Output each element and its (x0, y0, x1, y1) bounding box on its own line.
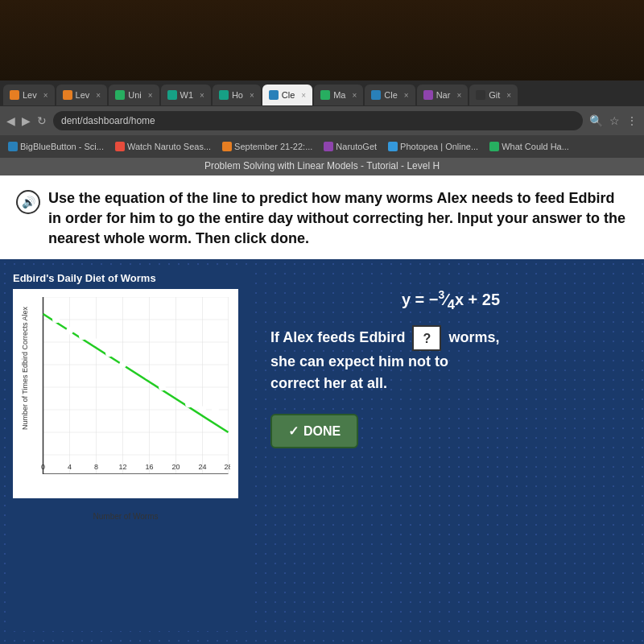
content-area: 🔊 Use the equation of the line to predic… (0, 175, 644, 644)
search-icon[interactable]: 🔍 (589, 114, 603, 127)
page-title: Problem Solving with Linear Models - Tut… (204, 160, 440, 171)
bookmark-label: Watch Naruto Seas... (127, 142, 211, 151)
page-title-bar: Problem Solving with Linear Models - Tut… (0, 158, 644, 175)
bookmark-label: Photopea | Online... (400, 142, 478, 151)
menu-icon[interactable]: ⋮ (626, 114, 638, 127)
tab-close-icon[interactable]: × (96, 91, 101, 100)
graph-svg: 0 4 8 12 16 20 24 28 0 4 8 12 (41, 297, 230, 474)
svg-text:4: 4 (68, 463, 72, 471)
svg-text:20: 20 (171, 463, 180, 471)
forward-icon[interactable]: ▶ (22, 114, 31, 127)
tab-close-icon[interactable]: × (200, 91, 204, 100)
x-axis-label: Number of Worms (93, 512, 159, 521)
activity-area: Edbird's Daily Diet of Worms Number of T… (0, 259, 644, 644)
bookmark-favicon (8, 142, 18, 151)
graph-section: Edbird's Daily Diet of Worms Number of T… (13, 272, 254, 631)
y-axis-label: Number of Times Edbird Corrects Alex (21, 357, 29, 430)
tab-label: Ho (232, 90, 243, 100)
tab-label: Ma (333, 90, 345, 100)
bookmark-narutoget[interactable]: NarutoGet (320, 140, 380, 153)
bookmark-favicon (388, 142, 398, 151)
svg-point-38 (93, 339, 100, 345)
bookmark-naruto-watch[interactable]: Watch Naruto Seas... (112, 140, 214, 153)
tab-nar[interactable]: Nar × (417, 85, 469, 105)
tab-favicon (423, 90, 433, 100)
tab-label: Git (489, 90, 500, 100)
problem-suffix-1: worms, (448, 329, 499, 345)
bookmark-favicon (324, 142, 333, 151)
tab-favicon (115, 90, 125, 100)
svg-point-39 (106, 350, 113, 357)
bookmark-whatcould[interactable]: What Could Ha... (486, 140, 572, 153)
svg-point-45 (213, 407, 219, 413)
bookmark-september[interactable]: September 21-22:... (219, 140, 316, 153)
svg-text:28: 28 (224, 463, 230, 471)
svg-point-35 (53, 316, 60, 323)
done-check-icon: ✓ (288, 423, 299, 439)
tab-favicon (167, 90, 177, 100)
question-section: 🔊 Use the equation of the line to predic… (0, 175, 644, 259)
svg-point-43 (186, 401, 192, 407)
bookmark-label: What Could Ha... (502, 142, 569, 151)
done-label: DONE (303, 424, 341, 439)
bookmark-label: September 21-22:... (234, 142, 312, 151)
tab-close-icon[interactable]: × (250, 91, 254, 100)
tab-label: Uni (128, 90, 142, 100)
question-text: Use the equation of the line to predict … (48, 188, 628, 250)
back-icon[interactable]: ◀ (6, 114, 15, 127)
tab-close-icon[interactable]: × (456, 91, 461, 100)
graph-container: Number of Times Edbird Corrects Alex (13, 289, 238, 498)
answer-input-box[interactable]: ? (412, 325, 441, 351)
svg-point-37 (80, 333, 86, 340)
tab-label: Nar (436, 90, 451, 100)
right-section: y = −3⁄4x + 25 If Alex feeds Edbird ? wo… (270, 272, 631, 631)
svg-text:24: 24 (198, 463, 206, 471)
svg-point-42 (159, 384, 166, 390)
problem-text: If Alex feeds Edbird ? worms, she can ex… (270, 325, 631, 394)
graph-title: Edbird's Daily Diet of Worms (13, 272, 254, 284)
done-button[interactable]: ✓ DONE (270, 414, 358, 448)
tab-git[interactable]: Git × (469, 85, 518, 105)
tab-label: W1 (180, 90, 194, 100)
tab-cle-1[interactable]: Cle × (262, 85, 312, 105)
tab-favicon (63, 90, 72, 100)
address-input[interactable] (53, 111, 583, 130)
tab-ma[interactable]: Ma × (314, 85, 363, 105)
graph-inner: 0 4 8 12 16 20 24 28 0 4 8 12 (41, 297, 230, 474)
tab-favicon (320, 90, 330, 100)
tab-close-icon[interactable]: × (43, 91, 48, 100)
tab-lev-1[interactable]: Lev × (3, 85, 55, 105)
tab-ho[interactable]: Ho × (213, 85, 261, 105)
tab-favicon (476, 90, 485, 100)
bookmark-favicon (115, 142, 125, 151)
svg-text:0: 0 (41, 463, 45, 471)
tab-close-icon[interactable]: × (301, 91, 306, 100)
bookmark-bigbluebutton[interactable]: BigBlueButton - Sci... (5, 140, 107, 153)
tab-uni[interactable]: Uni × (109, 85, 159, 105)
speaker-icon[interactable]: 🔊 (16, 190, 40, 214)
star-icon[interactable]: ☆ (609, 114, 620, 127)
problem-suffix-3: correct her at all. (270, 375, 387, 391)
problem-suffix-2: she can expect him not to (270, 353, 448, 369)
tab-close-icon[interactable]: × (506, 91, 511, 100)
refresh-icon[interactable]: ↻ (37, 114, 47, 127)
equation-display: y = −3⁄4x + 25 (270, 288, 631, 313)
tab-w1[interactable]: W1 × (161, 85, 211, 105)
tab-close-icon[interactable]: × (148, 91, 153, 100)
svg-point-41 (146, 373, 152, 379)
bookmarks-bar: BigBlueButton - Sci... Watch Naruto Seas… (0, 135, 644, 158)
tab-cle-2[interactable]: Cle × (365, 85, 415, 105)
tab-close-icon[interactable]: × (404, 91, 409, 100)
svg-text:8: 8 (94, 463, 98, 471)
tab-lev-2[interactable]: Lev × (56, 85, 108, 105)
tab-bar: Lev × Lev × Uni × W1 × Ho × Cle × (0, 80, 644, 106)
svg-point-40 (120, 361, 126, 368)
svg-text:12: 12 (118, 463, 126, 471)
bookmark-photopea[interactable]: Photopea | Online... (385, 140, 481, 153)
tab-label: Lev (23, 90, 37, 100)
tab-close-icon[interactable]: × (352, 91, 357, 100)
tab-label: Cle (384, 90, 398, 100)
tab-label: Lev (76, 90, 90, 100)
browser-window: Lev × Lev × Uni × W1 × Ho × Cle × (0, 80, 644, 644)
tab-favicon (371, 90, 381, 100)
